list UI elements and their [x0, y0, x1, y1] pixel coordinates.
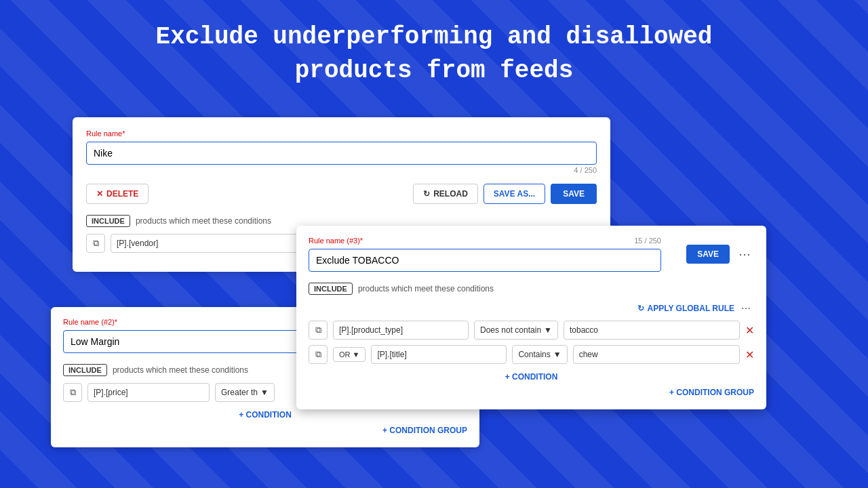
panel3-operator-1[interactable]: Does not contain ▼: [474, 321, 558, 340]
panel3-copy-btn-2[interactable]: ⧉: [309, 345, 328, 364]
panel3-copy-btn-1[interactable]: ⧉: [309, 321, 328, 340]
copy-icon: ⧉: [93, 238, 99, 249]
panel1-delete-button[interactable]: ✕ DELETE: [86, 184, 149, 204]
panel2-include-desc: products which meet these conditions: [113, 365, 248, 375]
panel3-delete-1[interactable]: ✕: [745, 324, 754, 337]
panel1-include-desc: products which meet these conditions: [136, 216, 271, 226]
panel2-rule-label: Rule name (#2)*: [63, 318, 300, 326]
panel3-apply-more-button[interactable]: ⋯: [738, 302, 754, 315]
panel3-include-badge: INCLUDE: [309, 283, 353, 295]
panel2-include-badge: INCLUDE: [63, 364, 107, 376]
panel1-reload-button[interactable]: ↻ RELOAD: [413, 184, 478, 204]
panel3-value-1[interactable]: [564, 321, 740, 340]
panel3-toolbar: Rule name (#3)* 15 / 250 SAVE ⋯: [309, 237, 754, 272]
panel3-delete-2[interactable]: ✕: [745, 348, 754, 361]
panel3-header-left: Rule name (#3)* 15 / 250: [309, 237, 661, 272]
chevron-icon-p2: ▼: [260, 388, 269, 397]
reload-icon: ↻: [423, 189, 430, 199]
panel1-btn-group: ↻ RELOAD SAVE AS... SAVE: [413, 184, 597, 204]
hero-line1: Exclude underperforming and disallowed: [0, 20, 868, 54]
panel3-field-1[interactable]: [333, 321, 469, 340]
panel3-condition-row-1: ⧉ Does not contain ▼ ✕: [309, 321, 754, 340]
hero-text: Exclude underperforming and disallowed p…: [0, 20, 868, 89]
refresh-icon-p3: ↻: [637, 304, 644, 313]
panel3-more-button[interactable]: ⋯: [735, 245, 754, 263]
copy-icon-p3-1: ⧉: [315, 325, 321, 336]
panel3-save-button[interactable]: SAVE: [686, 245, 730, 264]
copy-icon-p2: ⧉: [70, 387, 76, 398]
panel2-cond-operator[interactable]: Greater th ▼: [215, 383, 275, 402]
panel2-header-left: Rule name (#2)*: [63, 318, 300, 353]
chevron-icon-p3-2: ▼: [553, 350, 561, 359]
panel-tobacco: Rule name (#3)* 15 / 250 SAVE ⋯ INCLUDE …: [296, 226, 766, 409]
panel1-rule-label: Rule name*: [86, 129, 597, 138]
copy-icon-p3-2: ⧉: [315, 349, 321, 360]
panel3-btn-group: SAVE ⋯: [686, 245, 754, 264]
panel2-add-condition-group[interactable]: + CONDITION GROUP: [63, 426, 467, 435]
panel3-add-condition[interactable]: + CONDITION: [505, 372, 558, 382]
chevron-icon-p3-1: ▼: [544, 325, 552, 335]
panel3-condition-row-2: ⧉ OR ▼ Contains ▼ ✕: [309, 345, 754, 364]
panel1-toolbar: ✕ DELETE ↻ RELOAD SAVE AS... SAVE: [86, 184, 597, 204]
delete-icon: ✕: [96, 189, 103, 199]
panel3-apply-global[interactable]: ↻ APPLY GLOBAL RULE ⋯: [309, 302, 754, 315]
panel1-rule-name-input[interactable]: [86, 142, 597, 165]
panel3-char-count: 15 / 250: [634, 237, 661, 245]
panel3-or-badge[interactable]: OR ▼: [333, 347, 366, 362]
panel3-field-2[interactable]: [371, 345, 507, 364]
panel1-save-button[interactable]: SAVE: [551, 184, 597, 204]
panel1-char-count: 4 / 250: [86, 166, 597, 174]
chevron-icon-or: ▼: [353, 350, 360, 359]
panel3-include-desc: products which meet these conditions: [358, 284, 494, 293]
hero-line2: products from feeds: [0, 54, 868, 88]
panel3-rule-name-input[interactable]: [309, 249, 661, 272]
panel1-save-as-button[interactable]: SAVE AS...: [484, 184, 545, 204]
panel3-rule-label: Rule name (#3)* 15 / 250: [309, 237, 661, 245]
panel3-add-condition-group[interactable]: + CONDITION GROUP: [309, 388, 754, 397]
panel2-rule-name-input[interactable]: [63, 330, 300, 353]
panel3-value-2[interactable]: [573, 345, 740, 364]
panel3-section-header: INCLUDE products which meet these condit…: [309, 283, 754, 295]
panel3-operator-2[interactable]: Contains ▼: [512, 345, 567, 364]
panel1-include-badge: INCLUDE: [86, 215, 130, 227]
panel2-copy-button[interactable]: ⧉: [63, 383, 82, 402]
panel3-add-condition-row: + CONDITION: [309, 369, 754, 382]
panel2-cond-field[interactable]: [87, 383, 210, 402]
panel1-copy-button[interactable]: ⧉: [86, 234, 105, 253]
panel2-add-condition[interactable]: + CONDITION: [239, 410, 292, 420]
